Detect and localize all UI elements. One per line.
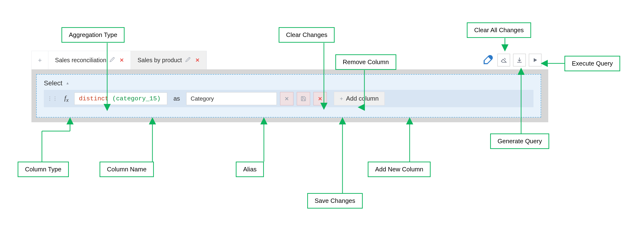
tab-bar: + Sales reconciliation ✕ Sales by produc… (32, 51, 207, 69)
svg-marker-0 (534, 58, 537, 62)
plus-icon: + (38, 57, 42, 64)
query-panel: Select ▲ ⋮⋮ fx distinct (category_15) as… (32, 69, 548, 122)
close-icon[interactable]: ✕ (195, 57, 200, 63)
feather-logo-icon (481, 53, 494, 67)
callout-add-new-column: Add New Column (368, 162, 430, 177)
aggregation-keyword: distinct (79, 95, 108, 102)
as-label: as (170, 95, 183, 102)
clear-changes-button[interactable] (280, 92, 294, 105)
save-changes-button[interactable] (297, 92, 310, 105)
plus-icon: + (340, 95, 343, 102)
remove-column-button[interactable] (314, 92, 327, 105)
caret-up-icon: ▲ (66, 81, 70, 85)
close-icon[interactable]: ✕ (120, 57, 124, 63)
select-section-header[interactable]: Select ▲ (44, 79, 534, 87)
callout-clear-changes: Clear Changes (279, 27, 334, 43)
generate-query-button[interactable] (513, 54, 526, 67)
select-label: Select (44, 79, 62, 87)
column-row: ⋮⋮ fx distinct (category_15) as + Add co… (44, 90, 534, 107)
pencil-icon[interactable] (185, 57, 190, 63)
callout-remove-column: Remove Column (335, 54, 396, 70)
toolbar (481, 51, 542, 69)
callout-alias: Alias (236, 162, 264, 177)
clear-all-changes-button[interactable] (497, 54, 510, 67)
column-name-text: category_15 (116, 95, 157, 102)
pencil-icon[interactable] (110, 57, 115, 63)
select-section: Select ▲ ⋮⋮ fx distinct (category_15) as… (36, 74, 541, 117)
drag-handle-icon[interactable]: ⋮⋮ (46, 96, 58, 102)
add-column-button[interactable]: + Add column (334, 92, 385, 105)
fx-icon[interactable]: fx (62, 94, 71, 103)
callout-column-name: Column Name (100, 162, 154, 177)
execute-query-button[interactable] (529, 54, 542, 67)
callout-column-type: Column Type (18, 162, 69, 177)
add-tab-button[interactable]: + (32, 51, 48, 70)
close-paren: ) (157, 95, 161, 102)
tab-label: Sales by product (138, 57, 182, 64)
alias-input[interactable] (186, 92, 277, 105)
expression-input[interactable]: distinct (category_15) (74, 93, 167, 105)
tab-sales-reconciliation[interactable]: Sales reconciliation ✕ (48, 51, 131, 70)
tab-sales-by-product[interactable]: Sales by product ✕ (131, 51, 206, 70)
callout-aggregation-type: Aggregation Type (62, 27, 124, 43)
callout-generate-query: Generate Query (490, 133, 549, 149)
add-column-label: Add column (346, 95, 379, 102)
open-paren: ( (112, 95, 116, 102)
callout-clear-all-changes: Clear All Changes (467, 23, 531, 38)
tab-label: Sales reconciliation (55, 57, 106, 64)
callout-execute-query: Execute Query (564, 56, 620, 71)
callout-save-changes: Save Changes (307, 193, 363, 208)
